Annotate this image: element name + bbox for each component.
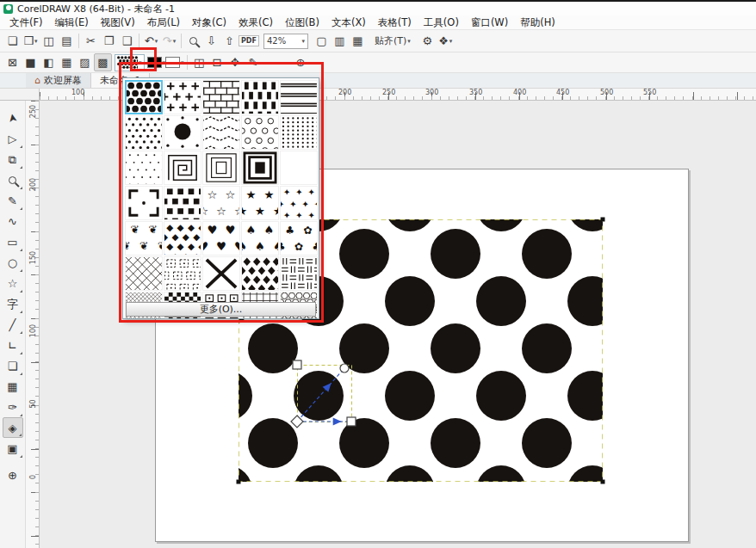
pattern-swatch-tiny-dots[interactable] — [125, 151, 163, 185]
tile-size-handle-top[interactable] — [293, 360, 301, 369]
save-button[interactable]: ◫ — [40, 32, 58, 50]
selection-handle[interactable] — [601, 480, 605, 484]
pattern-swatch-diag-dots[interactable] — [125, 115, 163, 150]
undo-button[interactable]: ↶▾ — [142, 32, 160, 50]
pattern-swatch-bricks[interactable] — [202, 80, 240, 114]
tile-size-handle-right[interactable] — [347, 417, 356, 426]
back-color-button[interactable]: ▾ — [165, 53, 184, 71]
polygon-tool[interactable]: ☆ — [3, 273, 23, 293]
menu-item-file[interactable]: 文件(F) — [3, 15, 49, 30]
pattern-swatch-nested-squares-bold[interactable] — [241, 151, 279, 185]
pattern-swatch-stars[interactable]: ★★★★★★★★★★★★★★★★ — [241, 186, 279, 220]
ellipse-tool[interactable]: ○ — [3, 252, 23, 273]
show-grid-button[interactable]: ▦ — [349, 32, 367, 50]
show-rulers-button[interactable]: ▥ — [331, 32, 349, 50]
pattern-swatch-dash-squares[interactable] — [164, 256, 201, 291]
two-color-pattern-fill-button[interactable]: ▩ — [94, 53, 112, 71]
pattern-swatch-hearts[interactable]: ♥♥♥♥♥♥♥♥♥♥♥♥♥♥♥♥ — [202, 221, 240, 256]
open-button[interactable]: ❒▾ — [22, 32, 40, 50]
smart-fill-tool[interactable]: ▣ — [3, 438, 23, 459]
menu-item-bitmaps[interactable]: 位图(B) — [279, 15, 325, 30]
menu-item-table[interactable]: 表格(T) — [372, 15, 418, 30]
pattern-swatch-hlines[interactable] — [280, 80, 318, 114]
parallel-dimension-tool[interactable]: ╱ — [3, 314, 23, 335]
no-fill-button[interactable]: ⊠ — [3, 53, 22, 71]
fill-pattern-picker-button[interactable]: ▾ — [115, 54, 145, 71]
pattern-swatch-blank[interactable] — [280, 151, 318, 185]
more-patterns-button[interactable]: 更多(O)... — [126, 302, 316, 317]
pattern-swatch-corner-brackets[interactable] — [125, 186, 163, 220]
menu-item-help[interactable]: 帮助(H) — [514, 15, 561, 30]
pattern-swatch-clubs-flowers[interactable]: ✿♣✿♣♣✿♣✿✿♣✿♣♣✿♣✿ — [280, 221, 318, 256]
pattern-swatch-zigzag[interactable] — [202, 115, 240, 150]
paste-button[interactable]: ❑ — [118, 32, 136, 50]
rectangle-tool[interactable]: ▭ — [3, 231, 23, 252]
copy-fill-button[interactable]: ⊕ — [292, 53, 310, 71]
pattern-swatch-rings[interactable] — [241, 115, 279, 150]
shape-tool[interactable]: ▷ — [3, 128, 23, 149]
pattern-swatch-checker-dots[interactable] — [164, 186, 201, 220]
pattern-swatch-spades[interactable]: ♠♠♠♠♠♠♠♠♠♠♠♠♠♠♠♠ — [241, 221, 279, 256]
rotation-handle[interactable] — [340, 364, 349, 373]
color-eyedropper-tool[interactable]: ✑ — [3, 397, 23, 417]
menu-item-edit[interactable]: 编辑(E) — [49, 15, 95, 30]
add-tools[interactable]: ⊕ — [3, 465, 23, 485]
ruler-origin-corner[interactable] — [0, 89, 40, 101]
drop-shadow-tool[interactable]: ❏ — [3, 355, 23, 376]
crop-tool[interactable]: ⧉ — [3, 149, 23, 169]
pattern-swatch-pinwheel[interactable]: ✦✦✦✦✦✦✦✦✦✦✦✦✦✦✦✦✦✦✦✦✦✦✦✦✦ — [280, 186, 318, 220]
publish-pdf-button[interactable]: PDF — [239, 32, 259, 50]
tab-welcome-screen[interactable]: ⌂欢迎屏幕 — [26, 73, 91, 88]
copy-button[interactable]: ❐ — [100, 32, 118, 50]
options-button[interactable]: ⚙ — [418, 32, 437, 50]
pick-tool[interactable]: ➤ — [3, 108, 23, 128]
search-content-button[interactable] — [184, 32, 202, 50]
menu-item-effects[interactable]: 效果(C) — [232, 15, 279, 30]
cut-button[interactable]: ✂ — [82, 32, 100, 50]
menu-item-text[interactable]: 文本(X) — [325, 15, 372, 30]
vertical-ruler[interactable]: 250200150100500 — [26, 101, 40, 548]
pattern-swatch-nested-squares[interactable] — [202, 151, 240, 185]
snap-to-button[interactable]: 贴齐(T) ▾ — [370, 33, 415, 49]
print-button[interactable]: ▤ — [58, 32, 76, 50]
pattern-swatch-maple-leaf[interactable]: ❦❦❦❦❦❦❦❦❦❦❦❦❦❦❦❦ — [125, 221, 163, 256]
fountain-fill-button[interactable]: ◧ — [40, 53, 58, 71]
pattern-swatch-vbars[interactable] — [241, 80, 279, 114]
menu-item-view[interactable]: 视图(V) — [95, 15, 141, 30]
artistic-media-tool[interactable]: ∿ — [3, 211, 23, 231]
menu-item-layout[interactable]: 布局(L) — [141, 15, 186, 30]
zoom-level-combo[interactable]: 42% ▾ — [263, 34, 308, 49]
transform-fill-button[interactable]: ✥ — [226, 53, 245, 71]
pattern-swatch-plus-grid[interactable] — [164, 80, 201, 114]
pattern-swatch-basket[interactable] — [280, 256, 318, 291]
pattern-swatch-diamond-checker[interactable] — [241, 256, 279, 291]
connector-tool[interactable]: ∟ — [3, 335, 23, 355]
pattern-swatch-spiral[interactable] — [164, 151, 201, 185]
selection-handle[interactable] — [237, 480, 241, 484]
fullscreen-preview-button[interactable]: ▢ — [313, 32, 331, 50]
import-button[interactable]: ⇩ — [202, 32, 220, 50]
menu-item-object[interactable]: 对象(C) — [186, 15, 232, 30]
transparency-tool[interactable]: ▦ — [3, 376, 23, 397]
pattern-swatch-diamonds[interactable]: ◆◆◆◆◆◆◆◆◆◆◆◆◆◆◆◆◆◆◆◆◆◆◆◆◆◆◆◆◆◆◆◆◆◆◆◆ — [164, 221, 201, 256]
interactive-fill-tool[interactable]: ◈ — [3, 417, 23, 438]
selection-handle[interactable] — [601, 218, 605, 222]
uniform-fill-button[interactable]: ■ — [22, 53, 40, 71]
zoom-tool[interactable] — [3, 169, 23, 190]
bitmap-pattern-fill-button[interactable]: ▨ — [76, 53, 94, 71]
redo-button[interactable]: ↷▾ — [160, 32, 178, 50]
freehand-tool[interactable]: ✎ — [3, 190, 23, 211]
edit-fill-button[interactable]: ✎ — [245, 53, 263, 71]
pattern-swatch-thin-hatch[interactable] — [125, 256, 163, 291]
pattern-swatch-ring-dot[interactable] — [164, 115, 201, 150]
export-button[interactable]: ⇧ — [220, 32, 239, 50]
application-launcher-button[interactable]: ❖▾ — [437, 32, 455, 50]
pattern-swatch-big-x[interactable] — [202, 256, 240, 291]
new-document-button[interactable]: ❏ — [3, 32, 22, 50]
pattern-swatch-dot-cols[interactable] — [280, 115, 318, 150]
vector-pattern-fill-button[interactable]: ▦ — [58, 53, 76, 71]
mirror-tiles-horizontal-button[interactable]: ◫ — [190, 53, 208, 71]
pattern-swatch-star-outline[interactable]: ☆☆☆☆☆☆☆☆☆☆☆☆☆☆☆☆ — [202, 186, 240, 220]
text-tool[interactable]: 字 — [3, 293, 23, 314]
menu-item-window[interactable]: 窗口(W) — [465, 15, 514, 30]
